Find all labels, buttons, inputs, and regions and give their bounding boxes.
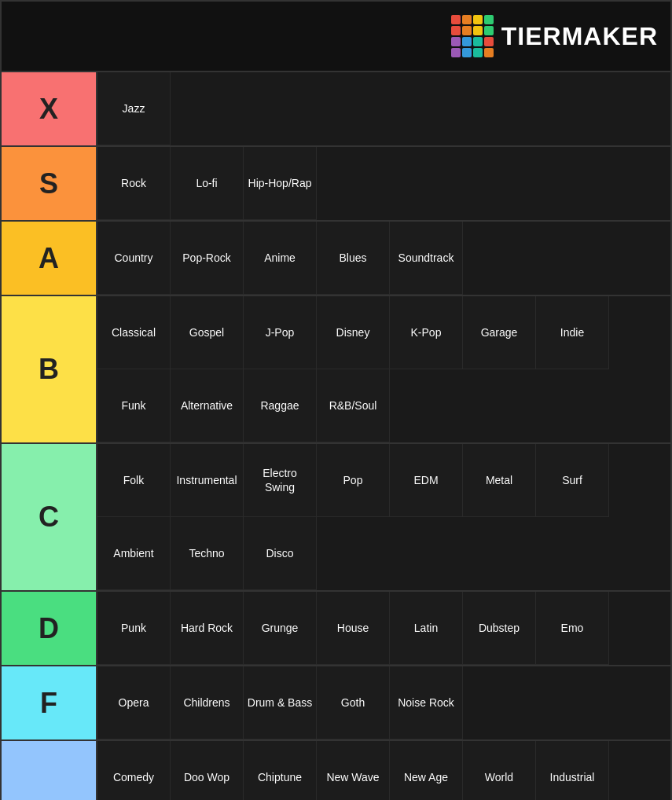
tier-label-what: What is that genre: [2, 741, 97, 800]
tier-items-row: FolkInstrumentalElectro SwingPopEDMMetal…: [97, 444, 670, 517]
tier-items-a: CountryPop-RockAnimeBluesSoundtrack: [97, 222, 670, 295]
tier-item[interactable]: Industrial: [536, 741, 609, 800]
tier-item[interactable]: Indie: [536, 296, 609, 369]
tier-item[interactable]: Folk: [97, 444, 171, 517]
tier-item[interactable]: Ambient: [97, 517, 171, 590]
tier-label-d: D: [2, 592, 97, 665]
tier-label-b: B: [2, 296, 97, 442]
tier-row-s: SRockLo-fiHip-Hop/Rap: [2, 147, 670, 222]
tier-item[interactable]: Classical: [97, 296, 171, 369]
tier-items-row: PunkHard RockGrungeHouseLatinDubstepEmo: [97, 592, 670, 665]
tier-item[interactable]: Noise Rock: [390, 666, 463, 739]
tier-item[interactable]: EDM: [390, 444, 463, 517]
tier-item[interactable]: Chiptune: [244, 741, 317, 800]
tier-item[interactable]: Gospel: [171, 296, 244, 369]
tier-item[interactable]: J-Pop: [244, 296, 317, 369]
tier-item[interactable]: Funk: [97, 369, 171, 442]
tier-label-c: C: [2, 444, 97, 590]
tier-item[interactable]: Goth: [317, 666, 390, 739]
tier-item[interactable]: Anime: [244, 222, 317, 295]
tier-item[interactable]: New Age: [390, 741, 463, 800]
tier-label-x: X: [2, 72, 97, 145]
tier-row-a: ACountryPop-RockAnimeBluesSoundtrack: [2, 222, 670, 296]
tier-items-row: AmbientTechnoDisco: [97, 517, 670, 590]
tier-item[interactable]: Electro Swing: [244, 444, 317, 517]
tier-item[interactable]: Hard Rock: [171, 592, 244, 665]
tier-item[interactable]: Dubstep: [463, 592, 536, 665]
tier-label-a: A: [2, 222, 97, 295]
tier-item[interactable]: Pop-Rock: [171, 222, 244, 295]
tier-items-row: FunkAlternativeRaggaeR&B/Soul: [97, 369, 670, 442]
tier-items-x: Jazz: [97, 72, 670, 145]
logo-grid: [451, 15, 494, 57]
tier-items-row: CountryPop-RockAnimeBluesSoundtrack: [97, 222, 670, 295]
tier-row-b: BClassicalGospelJ-PopDisneyK-PopGarageIn…: [2, 296, 670, 444]
tier-row-d: DPunkHard RockGrungeHouseLatinDubstepEmo: [2, 592, 670, 666]
tier-item[interactable]: Raggae: [244, 369, 317, 442]
tier-item[interactable]: New Wave: [317, 741, 390, 800]
tier-item[interactable]: Rock: [97, 147, 171, 220]
tier-item[interactable]: Comedy: [97, 741, 171, 800]
tier-row-c: CFolkInstrumentalElectro SwingPopEDMMeta…: [2, 444, 670, 592]
tier-item[interactable]: Opera: [97, 666, 171, 739]
tier-item[interactable]: Alternative: [171, 369, 244, 442]
tier-item[interactable]: Blues: [317, 222, 390, 295]
tier-item[interactable]: Surf: [536, 444, 609, 517]
tier-item[interactable]: Jazz: [97, 72, 171, 145]
tier-item[interactable]: Instrumental: [171, 444, 244, 517]
tier-items-row: ComedyDoo WopChiptuneNew WaveNew AgeWorl…: [97, 741, 670, 800]
tier-item[interactable]: Country: [97, 222, 171, 295]
tier-items-s: RockLo-fiHip-Hop/Rap: [97, 147, 670, 220]
tier-items-row: Jazz: [97, 72, 670, 145]
tier-item[interactable]: Disco: [244, 517, 317, 590]
tier-item[interactable]: House: [317, 592, 390, 665]
tier-item[interactable]: Childrens: [171, 666, 244, 739]
tier-item[interactable]: Drum & Bass: [244, 666, 317, 739]
tiermaker-logo: TiERMAKER: [451, 15, 658, 57]
tier-item[interactable]: Metal: [463, 444, 536, 517]
tier-items-f: OperaChildrensDrum & BassGothNoise Rock: [97, 666, 670, 739]
header: TiERMAKER: [2, 2, 670, 72]
tier-label-s: S: [2, 147, 97, 220]
logo-text: TiERMAKER: [501, 22, 658, 51]
tier-item[interactable]: Soundtrack: [390, 222, 463, 295]
tier-item[interactable]: Hip-Hop/Rap: [244, 147, 317, 220]
tier-items-what: ComedyDoo WopChiptuneNew WaveNew AgeWorl…: [97, 741, 670, 800]
tier-item[interactable]: Grunge: [244, 592, 317, 665]
tier-item[interactable]: K-Pop: [390, 296, 463, 369]
tier-row-x: XJazz: [2, 72, 670, 147]
tier-item[interactable]: Garage: [463, 296, 536, 369]
tier-items-d: PunkHard RockGrungeHouseLatinDubstepEmo: [97, 592, 670, 665]
tier-items-row: RockLo-fiHip-Hop/Rap: [97, 147, 670, 220]
tier-item[interactable]: Doo Wop: [171, 741, 244, 800]
tier-item[interactable]: Latin: [390, 592, 463, 665]
tiers-container: XJazzSRockLo-fiHip-Hop/RapACountryPop-Ro…: [2, 72, 670, 800]
tier-label-f: F: [2, 666, 97, 739]
tier-item[interactable]: R&B/Soul: [317, 369, 390, 442]
tier-items-row: OperaChildrensDrum & BassGothNoise Rock: [97, 666, 670, 739]
tier-item[interactable]: Lo-fi: [171, 147, 244, 220]
tier-item[interactable]: Disney: [317, 296, 390, 369]
tier-item[interactable]: Techno: [171, 517, 244, 590]
tier-list: TiERMAKER XJazzSRockLo-fiHip-Hop/RapACou…: [0, 0, 672, 800]
tier-item[interactable]: World: [463, 741, 536, 800]
tier-item[interactable]: Pop: [317, 444, 390, 517]
tier-item[interactable]: Punk: [97, 592, 171, 665]
tier-items-row: ClassicalGospelJ-PopDisneyK-PopGarageInd…: [97, 296, 670, 369]
tier-row-f: FOperaChildrensDrum & BassGothNoise Rock: [2, 666, 670, 741]
tier-items-b: ClassicalGospelJ-PopDisneyK-PopGarageInd…: [97, 296, 670, 442]
tier-items-c: FolkInstrumentalElectro SwingPopEDMMetal…: [97, 444, 670, 590]
tier-row-what: What is that genreComedyDoo WopChiptuneN…: [2, 741, 670, 800]
tier-item[interactable]: Emo: [536, 592, 609, 665]
